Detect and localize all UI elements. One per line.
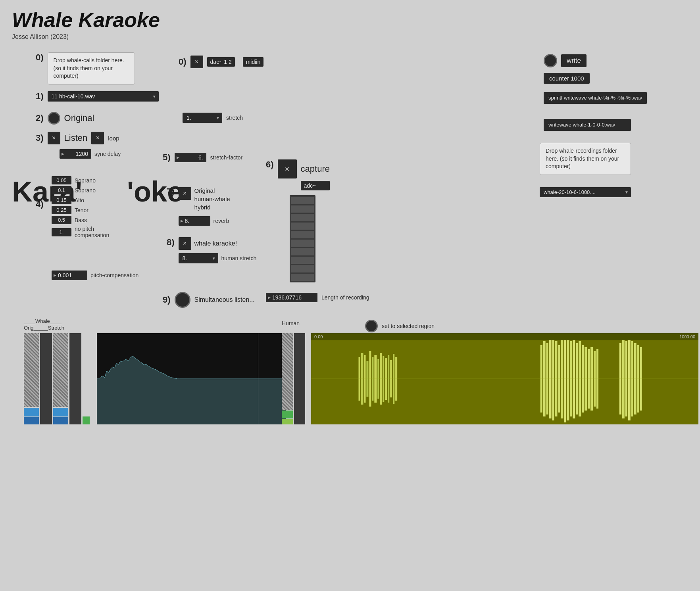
- sync-delay-input[interactable]: [60, 149, 91, 159]
- stretch-dropdown[interactable]: 1. 2. 0.5: [183, 113, 222, 123]
- set-region-circle-btn[interactable]: [365, 320, 378, 332]
- row9-label: 9): [163, 295, 171, 305]
- stretch-factor-input[interactable]: [175, 153, 206, 162]
- voice-tenor: 0.25 Tenor: [52, 206, 109, 214]
- capture-label: capture: [301, 164, 330, 174]
- row3: 3) × Listen × loop: [36, 132, 119, 144]
- row0-center-label: 0): [179, 57, 187, 67]
- meter-col-1: [24, 333, 39, 424]
- midi-label: midiin: [243, 57, 264, 67]
- set-region-row: set to selected region: [365, 320, 435, 332]
- whale-viz-labels: ____Whale____ Orig_____Stretch: [24, 318, 64, 332]
- alto-label: Alto: [75, 197, 84, 203]
- soprano2-btn[interactable]: 0.1: [52, 186, 71, 194]
- whale-viz-container: [24, 333, 286, 424]
- app-title: Whale Karaoke: [12, 8, 688, 32]
- length-recording-label: Length of recording: [321, 294, 369, 301]
- human-stretch-dropdown[interactable]: 8. 4. 2.: [179, 253, 218, 263]
- write-button[interactable]: write: [561, 54, 587, 67]
- row0-right: write: [544, 54, 587, 67]
- voice-soprano-1: 0.05 Soprano: [52, 176, 109, 184]
- bass-btn[interactable]: 0.5: [52, 216, 71, 224]
- soprano1-btn[interactable]: 0.05: [52, 176, 71, 184]
- reverb-input[interactable]: [179, 216, 210, 226]
- loop-x-button[interactable]: ×: [91, 132, 104, 144]
- stretch-label: stretch: [226, 115, 243, 121]
- capture-level-meter: [290, 195, 315, 282]
- row3-label: 3): [36, 133, 44, 143]
- original-circle-btn[interactable]: [48, 112, 60, 125]
- sprintf-display: sprintf writewave whale-%i-%i-%i-%i.wav: [544, 92, 647, 107]
- simultaneous-label: Simultaneous listen...: [194, 296, 255, 303]
- human-viz-container: 0.00 1000.00: [282, 333, 698, 424]
- counter-display: counter 1000: [544, 73, 590, 88]
- whale-karaoke-label: whale karaoke!: [194, 240, 237, 247]
- human-viz-label: Human: [282, 320, 300, 327]
- whale-left-meters: [24, 333, 95, 424]
- pitch-comp-input[interactable]: [52, 271, 87, 280]
- row8: 8) × whale karaoke! 8. 4. 2.: [167, 237, 256, 263]
- nopitch-label: no pitchcompensation: [75, 226, 109, 238]
- row8-label: 8): [167, 237, 175, 248]
- stretch-row: 1. 2. 0.5 stretch: [183, 113, 243, 123]
- write-circle-btn[interactable]: [544, 54, 557, 67]
- capture-x-button[interactable]: ×: [278, 159, 297, 178]
- reverb-label: reverb: [213, 218, 229, 224]
- voice-bass: 0.5 Bass: [52, 216, 109, 224]
- row5: 5) stretch-factor: [163, 152, 242, 163]
- dac-label: dac~ 1 2: [207, 57, 235, 67]
- whale-waveform: [97, 333, 286, 424]
- writewave-display: writewave whale-1-0-0-0.wav: [544, 119, 631, 134]
- listen-text: Listen: [64, 133, 88, 143]
- row2-label: 2): [36, 113, 44, 123]
- dac-x-button[interactable]: ×: [190, 56, 203, 68]
- alto-btn[interactable]: 0.15: [52, 196, 71, 204]
- length-recording-input[interactable]: [266, 293, 317, 302]
- soprano2-label: Soprano: [75, 187, 96, 194]
- row0-left: 0) Drop whale-calls folder here. (so it …: [36, 52, 135, 84]
- soprano1-label: Soprano: [75, 177, 96, 184]
- tenor-label: Tenor: [75, 207, 88, 213]
- row7-x-button[interactable]: ×: [179, 187, 191, 200]
- whale-calls-tooltip[interactable]: Drop whale-calls folder here. (so it fin…: [48, 52, 135, 84]
- recordings-dropdown[interactable]: whale-20-10-6-1000....: [540, 187, 631, 197]
- length-recording-row: Length of recording: [266, 293, 369, 302]
- row8-x-button[interactable]: ×: [179, 237, 191, 250]
- row0-center: 0) × dac~ 1 2 midiin: [179, 56, 263, 68]
- human-waveform: 0.00 1000.00: [311, 333, 698, 424]
- timeline-start: 0.00: [314, 334, 323, 339]
- human-label: Human: [282, 320, 300, 326]
- voice-soprano-2: 0.1 Soprano: [52, 186, 109, 194]
- pitch-comp-label: pitch-compensation: [90, 272, 138, 278]
- row7: 7) × Originalhuman-whalehybrid reverb: [167, 186, 230, 226]
- row4-label-pos: 4): [36, 199, 44, 209]
- row6-label: 6): [266, 159, 274, 170]
- voice-alto: 0.15 Alto: [52, 196, 109, 204]
- loop-text: loop: [108, 135, 119, 142]
- row7-label: 7): [167, 186, 175, 197]
- whale-calls-dropdown[interactable]: 11 hb-call-10.wav: [48, 91, 159, 102]
- row4-voices: 0.05 Soprano 0.1 Soprano 0.15 Alto 0.25 …: [52, 176, 109, 238]
- nopitch-btn[interactable]: 1.: [52, 228, 71, 236]
- row5-label: 5): [163, 152, 171, 163]
- human-meter-1: [282, 333, 293, 424]
- simultaneous-circle-btn[interactable]: [175, 292, 190, 308]
- recordings-tooltip[interactable]: Drop whale-recordings folder here. (so i…: [540, 143, 631, 175]
- adc-label: adc~: [301, 181, 330, 190]
- sync-delay-row: sync delay: [60, 149, 121, 159]
- tenor-btn[interactable]: 0.25: [52, 206, 71, 214]
- human-left-meters: [282, 333, 310, 424]
- timeline-end: 1000.00: [679, 334, 695, 339]
- row7-text: Originalhuman-whalehybrid: [194, 186, 230, 211]
- bass-label: Bass: [75, 217, 87, 223]
- row0-label: 0): [36, 52, 44, 63]
- meter-col-3: [53, 333, 68, 424]
- listen-x-button[interactable]: ×: [48, 132, 60, 144]
- recordings-dropdown-wrap[interactable]: whale-20-10-6-1000....: [540, 187, 631, 197]
- app-subtitle: Jesse Allison (2023): [12, 33, 688, 40]
- whale-label-line2: Orig_____Stretch: [24, 325, 64, 331]
- row1-label: 1): [36, 91, 44, 102]
- meter-col-4: [69, 333, 81, 424]
- human-stretch-label: human stretch: [221, 255, 257, 261]
- green-meter: [83, 333, 90, 424]
